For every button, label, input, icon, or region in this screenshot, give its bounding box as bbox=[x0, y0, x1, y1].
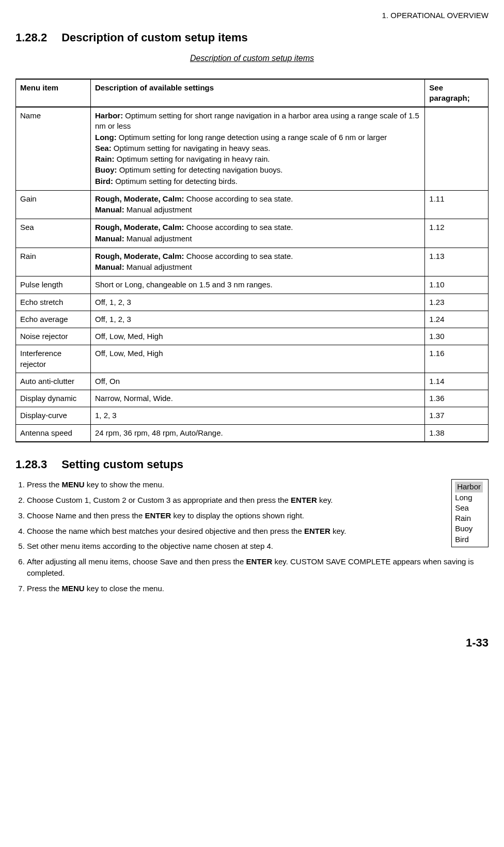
table-row: SeaRough, Moderate, Calm: Choose accordi… bbox=[16, 219, 489, 248]
cell-description: Narrow, Normal, Wide. bbox=[91, 390, 425, 407]
table-row: Echo stretchOff, 1, 2, 31.23 bbox=[16, 294, 489, 311]
cell-menu-item: Interference rejector bbox=[16, 345, 91, 373]
cell-reference: 1.37 bbox=[425, 407, 489, 424]
cell-description: Off, Low, Med, High bbox=[91, 345, 425, 373]
name-option[interactable]: Rain bbox=[455, 513, 483, 523]
table-row: GainRough, Moderate, Calm: Choose accord… bbox=[16, 190, 489, 219]
section-title-2: Setting custom setups bbox=[61, 458, 183, 471]
cell-reference bbox=[425, 107, 489, 190]
cell-description: Off, Low, Med, High bbox=[91, 328, 425, 345]
cell-menu-item: Display dynamic bbox=[16, 390, 91, 407]
cell-menu-item: Name bbox=[16, 107, 91, 190]
step-item: After adjusting all menu items, choose S… bbox=[27, 556, 489, 579]
cell-reference: 1.24 bbox=[425, 311, 489, 328]
name-options-popup: HarborLongSeaRainBuoyBird bbox=[451, 479, 489, 547]
th-description: Description of available settings bbox=[91, 79, 425, 107]
table-row: Pulse lengthShort or Long, changeable on… bbox=[16, 276, 489, 294]
step-item: Choose Name and then press the ENTER key… bbox=[27, 510, 489, 521]
cell-description: Harbor: Optimum setting for short range … bbox=[91, 107, 425, 190]
cell-menu-item: Gain bbox=[16, 190, 91, 219]
table-row: Interference rejectorOff, Low, Med, High… bbox=[16, 345, 489, 373]
section-heading-2: 1.28.3Setting custom setups bbox=[15, 457, 489, 472]
cell-reference: 1.16 bbox=[425, 345, 489, 373]
page-number: 1-33 bbox=[15, 635, 489, 651]
cell-menu-item: Auto anti-clutter bbox=[16, 373, 91, 390]
table-row: Display-curve1, 2, 31.37 bbox=[16, 407, 489, 424]
cell-description: Off, 1, 2, 3 bbox=[91, 294, 425, 311]
th-see-paragraph: See paragraph; bbox=[425, 79, 489, 107]
table-row: Echo averageOff, 1, 2, 31.24 bbox=[16, 311, 489, 328]
step-item: Choose Custom 1, Custom 2 or Custom 3 as… bbox=[27, 495, 489, 506]
running-header: 1. OPERATIONAL OVERVIEW bbox=[15, 10, 489, 21]
cell-reference: 1.38 bbox=[425, 424, 489, 442]
name-option[interactable]: Long bbox=[455, 492, 483, 503]
section-number-1: 1.28.2 bbox=[15, 30, 47, 45]
cell-reference: 1.12 bbox=[425, 219, 489, 248]
cell-menu-item: Display-curve bbox=[16, 407, 91, 424]
cell-menu-item: Sea bbox=[16, 219, 91, 248]
cell-description: Off, On bbox=[91, 373, 425, 390]
cell-description: 24 rpm, 36 rpm, 48 rpm, Auto/Range. bbox=[91, 424, 425, 442]
cell-menu-item: Echo average bbox=[16, 311, 91, 328]
table-row: Auto anti-clutterOff, On1.14 bbox=[16, 373, 489, 390]
cell-reference: 1.11 bbox=[425, 190, 489, 219]
cell-reference: 1.30 bbox=[425, 328, 489, 345]
name-option[interactable]: Sea bbox=[455, 503, 483, 513]
cell-description: Rough, Moderate, Calm: Choose according … bbox=[91, 219, 425, 248]
cell-description: Off, 1, 2, 3 bbox=[91, 311, 425, 328]
cell-description: Rough, Moderate, Calm: Choose according … bbox=[91, 248, 425, 276]
name-option[interactable]: Buoy bbox=[455, 523, 483, 534]
cell-description: Rough, Moderate, Calm: Choose according … bbox=[91, 190, 425, 219]
step-item: Set other menu items according to the ob… bbox=[27, 541, 489, 552]
section-heading-1: 1.28.2Description of custom setup items bbox=[15, 30, 489, 45]
cell-menu-item: Antenna speed bbox=[16, 424, 91, 442]
procedure-steps: Press the MENU key to show the menu.Choo… bbox=[15, 479, 489, 594]
cell-reference: 1.23 bbox=[425, 294, 489, 311]
table-row: RainRough, Moderate, Calm: Choose accord… bbox=[16, 248, 489, 276]
cell-menu-item: Rain bbox=[16, 248, 91, 276]
cell-menu-item: Pulse length bbox=[16, 276, 91, 294]
cell-reference: 1.36 bbox=[425, 390, 489, 407]
cell-description: Short or Long, changeable on 1.5 and 3 n… bbox=[91, 276, 425, 294]
th-menu-item: Menu item bbox=[16, 79, 91, 107]
table-caption: Description of custom setup items bbox=[15, 53, 489, 64]
cell-reference: 1.13 bbox=[425, 248, 489, 276]
name-option[interactable]: Harbor bbox=[455, 482, 483, 492]
section-number-2: 1.28.3 bbox=[15, 457, 47, 472]
section-title-1: Description of custom setup items bbox=[61, 31, 248, 44]
step-item: Choose the name which best matches your … bbox=[27, 526, 489, 537]
step-item: Press the MENU key to show the menu. bbox=[27, 479, 489, 490]
name-option[interactable]: Bird bbox=[455, 534, 483, 545]
cell-description: 1, 2, 3 bbox=[91, 407, 425, 424]
cell-reference: 1.10 bbox=[425, 276, 489, 294]
custom-setup-table: Menu item Description of available setti… bbox=[15, 79, 489, 442]
table-row: Noise rejectorOff, Low, Med, High1.30 bbox=[16, 328, 489, 345]
cell-menu-item: Noise rejector bbox=[16, 328, 91, 345]
table-row: NameHarbor: Optimum setting for short ra… bbox=[16, 107, 489, 190]
cell-menu-item: Echo stretch bbox=[16, 294, 91, 311]
step-item: Press the MENU key to close the menu. bbox=[27, 583, 489, 594]
table-row: Antenna speed24 rpm, 36 rpm, 48 rpm, Aut… bbox=[16, 424, 489, 442]
table-row: Display dynamicNarrow, Normal, Wide.1.36 bbox=[16, 390, 489, 407]
cell-reference: 1.14 bbox=[425, 373, 489, 390]
